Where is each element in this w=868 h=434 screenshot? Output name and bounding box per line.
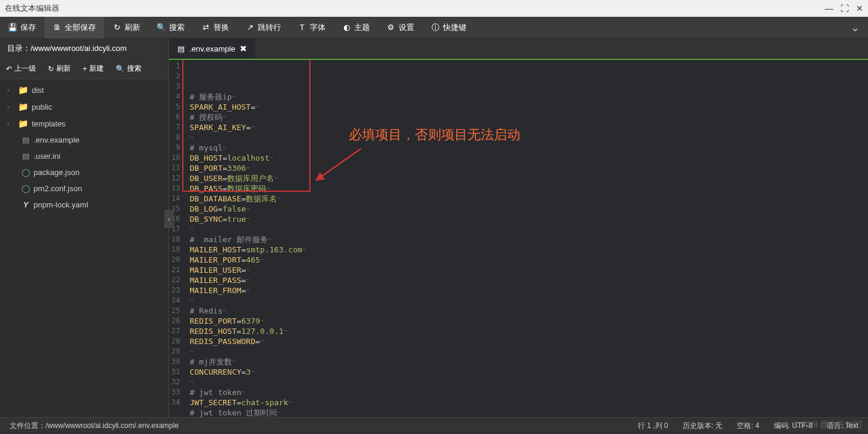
code-line[interactable]: # mysql¬ <box>189 143 863 153</box>
code-line[interactable]: # Redis¬ <box>189 306 863 316</box>
folder-icon: 📁 <box>18 119 28 128</box>
line-number: 20 <box>171 255 180 265</box>
code-line[interactable]: REDIS_PORT=6379¬ <box>189 316 863 326</box>
status-spaces[interactable]: 空格: 4 <box>737 421 759 431</box>
code-editor[interactable]: 1234567891011121314151617181920212223242… <box>169 60 868 417</box>
tab-close-icon[interactable]: ✖ <box>240 44 247 53</box>
code-line[interactable]: ¬ <box>189 346 863 357</box>
file-item-pm2-conf-json[interactable]: ◯pm2.conf.json <box>0 180 168 197</box>
tab-label: .env.example <box>189 44 235 53</box>
search-button[interactable]: 🔍搜索 <box>149 17 193 38</box>
close-button[interactable]: ✕ <box>856 4 863 13</box>
code-line[interactable]: DB_SYNC=true¬ <box>189 214 863 224</box>
file-tree: ›📁dist›📁public›📁templates▤.env.example▤.… <box>0 79 168 417</box>
code-line[interactable]: ¬ <box>189 132 863 143</box>
code-line[interactable]: DB_PORT=3306¬ <box>189 163 863 173</box>
code-line[interactable]: MAILER_PASS=¬ <box>189 275 863 285</box>
code-line[interactable]: MAILER_HOST=smtp.163.com¬ <box>189 245 863 255</box>
sidebar-refresh-button[interactable]: ↻刷新 <box>42 59 77 79</box>
line-number: 18 <box>171 234 180 245</box>
line-number: 4 <box>171 92 180 102</box>
code-line[interactable]: # mailer 邮件服务¬ <box>189 234 863 245</box>
code-line[interactable]: MAILER_PORT=465¬ <box>189 255 863 265</box>
shortcuts-button[interactable]: ⓘ快捷键 <box>423 17 475 38</box>
code-line[interactable]: # jwt token 过期时间¬ <box>189 408 863 417</box>
code-line[interactable]: REDIS_HOST=127.0.0.1¬ <box>189 326 863 336</box>
line-number: 6 <box>171 112 180 122</box>
code-line[interactable]: # jwt token¬ <box>189 387 863 397</box>
sidebar-collapse-handle[interactable]: ‹ <box>164 210 174 228</box>
line-number: 10 <box>171 153 180 163</box>
settings-button[interactable]: ⚙设置 <box>378 17 423 38</box>
font-button[interactable]: T字体 <box>290 17 334 38</box>
sidebar-toolbar: ↶上一级 ↻刷新 +新建 🔍搜索 <box>0 59 168 79</box>
line-number: 14 <box>171 194 180 204</box>
file-item-package-json[interactable]: ◯package.json <box>0 164 168 180</box>
code-line[interactable]: DB_DATABASE=数据库名¬ <box>189 194 863 204</box>
file-item--user-ini[interactable]: ▤.user.ini <box>0 148 168 164</box>
file-icon: ▤ <box>22 152 30 161</box>
status-history[interactable]: 历史版本: 无 <box>683 421 723 431</box>
status-cursor[interactable]: 行 1 ,列 0 <box>638 421 668 431</box>
tree-item-label: .env.example <box>34 135 79 144</box>
file-item--env-example[interactable]: ▤.env.example <box>0 132 168 148</box>
code-line[interactable]: # mj并发数¬ <box>189 357 863 367</box>
replace-button[interactable]: ⇄替换 <box>193 17 237 38</box>
save-all-button[interactable]: 🗎全部保存 <box>44 17 104 38</box>
save-icon: 💾 <box>8 23 17 32</box>
folder-item-templates[interactable]: ›📁templates <box>0 115 168 132</box>
sidebar-up-button[interactable]: ↶上一级 <box>0 59 42 79</box>
code-line[interactable]: # 授权码¬ <box>189 112 863 122</box>
code-line[interactable]: ¬ <box>189 224 863 234</box>
refresh-button[interactable]: ↻刷新 <box>104 17 149 38</box>
toolbar-chevron[interactable]: ⌄ <box>842 21 868 34</box>
file-icon: ▤ <box>22 135 30 144</box>
line-gutter: 1234567891011121314151617181920212223242… <box>169 60 185 417</box>
code-line[interactable]: DB_PASS=数据库密码¬ <box>189 183 863 194</box>
line-number: 30 <box>171 357 180 367</box>
code-line[interactable]: DB_HOST=localhost¬ <box>189 153 863 163</box>
code-line[interactable]: SPARK_AI_KEY=¬ <box>189 122 863 132</box>
line-number: 28 <box>171 336 180 346</box>
line-number: 9 <box>171 143 180 153</box>
code-line[interactable]: MAILER_USER=¬ <box>189 265 863 275</box>
status-file-location: 文件位置：/www/wwwroot/ai.idcyli.com/.env.exa… <box>10 421 638 431</box>
code-line[interactable]: CONCURRENCY=3¬ <box>189 367 863 377</box>
code-line[interactable]: SPARK_AI_HOST=¬ <box>189 102 863 112</box>
minimize-button[interactable]: — <box>825 4 833 13</box>
code-line[interactable]: ¬ <box>189 377 863 387</box>
search-icon: 🔍 <box>116 65 125 73</box>
maximize-button[interactable]: ⛶ <box>840 4 849 13</box>
code-line[interactable]: DB_LOG=false¬ <box>189 204 863 214</box>
line-number: 34 <box>171 397 180 408</box>
file-item-pnpm-lock-yaml[interactable]: Ypnpm-lock.yaml <box>0 197 168 213</box>
line-number: 33 <box>171 387 180 397</box>
folder-item-dist[interactable]: ›📁dist <box>0 82 168 98</box>
chevron-right-icon: › <box>7 87 14 94</box>
current-path: /www/wwwroot/ai.idcyli.com <box>31 44 126 53</box>
code-content[interactable]: # 服务器ip¬SPARK_AI_HOST=¬# 授权码¬SPARK_AI_KE… <box>185 60 868 417</box>
tree-item-label: package.json <box>34 168 80 177</box>
code-line[interactable]: JWT_SECRET=chat-spark¬ <box>189 397 863 408</box>
code-line[interactable]: # 服务器ip¬ <box>189 92 863 102</box>
titlebar: 在线文本编辑器 — ⛶ ✕ <box>0 0 868 17</box>
theme-button[interactable]: ◐主题 <box>334 17 378 38</box>
tree-item-label: dist <box>32 86 44 95</box>
file-icon: ▤ <box>177 44 185 53</box>
tree-item-label: pm2.conf.json <box>34 184 82 193</box>
yaml-icon: Y <box>22 200 30 209</box>
sidebar-search-button[interactable]: 🔍搜索 <box>110 59 147 79</box>
code-line[interactable]: DB_USER=数据库用户名¬ <box>189 173 863 183</box>
code-line[interactable]: MAILER_FROM=¬ <box>189 285 863 296</box>
sidebar-new-button[interactable]: +新建 <box>77 59 110 79</box>
goto-button[interactable]: ↗跳转行 <box>237 17 290 38</box>
chevron-right-icon: › <box>7 120 14 127</box>
refresh-icon: ↻ <box>48 65 54 73</box>
code-line[interactable]: REDIS_PASSWORD=¬ <box>189 336 863 346</box>
folder-icon: 📁 <box>18 102 28 111</box>
code-line[interactable]: ¬ <box>189 296 863 306</box>
folder-item-public[interactable]: ›📁public <box>0 98 168 115</box>
save-button[interactable]: 💾保存 <box>0 17 44 38</box>
tree-item-label: public <box>32 103 52 111</box>
tab-env-example[interactable]: ▤ .env.example ✖ <box>169 38 255 59</box>
